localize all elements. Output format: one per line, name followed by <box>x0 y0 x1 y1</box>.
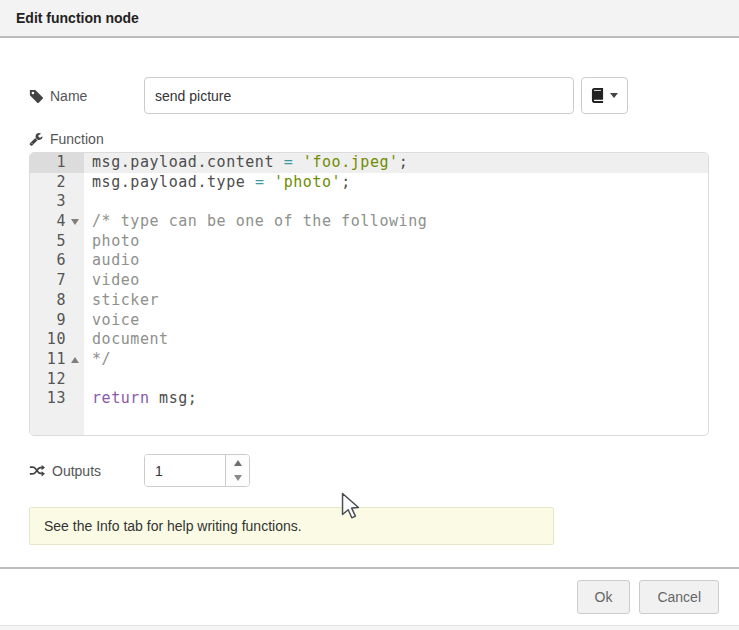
code-text: sticker <box>84 291 708 311</box>
line-number: 8 <box>30 291 66 311</box>
dialog-title: Edit function node <box>16 10 139 26</box>
name-input[interactable] <box>144 77 574 114</box>
code-text: msg.payload.content = 'foo.jpeg'; <box>84 153 708 173</box>
function-section-label: Function <box>29 131 710 147</box>
fold-close-icon <box>71 357 79 363</box>
line-number: 6 <box>30 251 66 271</box>
ok-button[interactable]: Ok <box>577 580 631 614</box>
gutter-cell[interactable]: 2 <box>30 173 84 193</box>
code-line[interactable]: 7video <box>30 271 708 291</box>
code-text: return msg; <box>84 389 708 409</box>
outputs-spinner <box>144 454 250 487</box>
gutter-cell[interactable]: 4 <box>30 212 84 232</box>
gutter-cell[interactable]: 3 <box>30 192 84 212</box>
code-text: video <box>84 271 708 291</box>
library-button[interactable] <box>581 77 628 114</box>
info-tip: See the Info tab for help writing functi… <box>29 507 554 545</box>
line-number: 3 <box>30 192 66 212</box>
spinner-up-icon <box>234 460 242 466</box>
cancel-button[interactable]: Cancel <box>639 580 719 614</box>
shuffle-icon <box>29 464 45 477</box>
function-label: Function <box>29 131 144 147</box>
code-line[interactable]: 11*/ <box>30 350 708 370</box>
info-tip-text: See the Info tab for help writing functi… <box>44 518 302 534</box>
outputs-input[interactable] <box>145 455 225 486</box>
wrench-icon <box>29 132 43 146</box>
outputs-row: Outputs <box>29 454 710 487</box>
code-line[interactable]: 8sticker <box>30 291 708 311</box>
code-line[interactable]: 5photo <box>30 232 708 252</box>
code-text: /* type can be one of the following <box>84 212 708 232</box>
code-line[interactable]: 12 <box>30 370 708 390</box>
code-editor[interactable]: 1msg.payload.content = 'foo.jpeg';2msg.p… <box>29 152 709 436</box>
name-row: Name <box>29 77 710 114</box>
gutter-cell[interactable]: 6 <box>30 251 84 271</box>
code-line[interactable]: 2msg.payload.type = 'photo'; <box>30 173 708 193</box>
code-line[interactable]: 10document <box>30 330 708 350</box>
line-number: 7 <box>30 271 66 291</box>
code-line[interactable]: 13return msg; <box>30 389 708 409</box>
code-text <box>84 370 708 390</box>
line-number: 13 <box>30 389 66 409</box>
code-text: photo <box>84 232 708 252</box>
bottom-strip <box>0 625 739 630</box>
code-line[interactable]: 6audio <box>30 251 708 271</box>
gutter-cell[interactable]: 7 <box>30 271 84 291</box>
fold-widget-icon[interactable] <box>66 219 84 225</box>
line-number: 9 <box>30 311 66 331</box>
code-line[interactable]: 9voice <box>30 311 708 331</box>
function-label-text: Function <box>50 131 104 147</box>
gutter-cell[interactable]: 12 <box>30 370 84 390</box>
gutter-cell[interactable]: 5 <box>30 232 84 252</box>
name-label: Name <box>29 88 144 104</box>
code-text: audio <box>84 251 708 271</box>
fold-widget-icon[interactable] <box>66 357 84 363</box>
outputs-label-text: Outputs <box>52 463 101 479</box>
line-number: 12 <box>30 370 66 390</box>
code-text: msg.payload.type = 'photo'; <box>84 173 708 193</box>
line-number: 10 <box>30 330 66 350</box>
line-number: 1 <box>30 153 66 173</box>
dialog-header: Edit function node <box>0 0 739 38</box>
spinner-up-button[interactable] <box>226 455 249 471</box>
dialog-footer: Ok Cancel <box>0 567 739 625</box>
name-label-text: Name <box>50 88 87 104</box>
caret-down-icon <box>610 93 618 98</box>
fold-open-icon <box>71 219 79 225</box>
gutter-cell[interactable]: 1 <box>30 153 84 173</box>
code-text <box>84 192 708 212</box>
gutter-cell[interactable]: 11 <box>30 350 84 370</box>
spinner-buttons <box>225 455 249 486</box>
gutter-cell[interactable]: 9 <box>30 311 84 331</box>
line-number: 2 <box>30 173 66 193</box>
code-line[interactable]: 4/* type can be one of the following <box>30 212 708 232</box>
code-text: */ <box>84 350 708 370</box>
gutter-cell[interactable]: 13 <box>30 389 84 409</box>
tag-icon <box>29 89 43 103</box>
code-text: document <box>84 330 708 350</box>
gutter-cell[interactable]: 10 <box>30 330 84 350</box>
code-line[interactable]: 3 <box>30 192 708 212</box>
code-line[interactable]: 1msg.payload.content = 'foo.jpeg'; <box>30 153 708 173</box>
code-text: voice <box>84 311 708 331</box>
dialog-body: Name Function 1msg.payload.content = 'fo… <box>0 38 739 545</box>
spinner-down-button[interactable] <box>226 471 249 487</box>
line-number: 11 <box>30 350 66 370</box>
spinner-down-icon <box>234 475 242 481</box>
gutter-cell[interactable]: 8 <box>30 291 84 311</box>
line-number: 4 <box>30 212 66 232</box>
outputs-label: Outputs <box>29 463 144 479</box>
editor-lines: 1msg.payload.content = 'foo.jpeg';2msg.p… <box>30 153 708 409</box>
line-number: 5 <box>30 232 66 252</box>
book-icon <box>591 88 604 103</box>
